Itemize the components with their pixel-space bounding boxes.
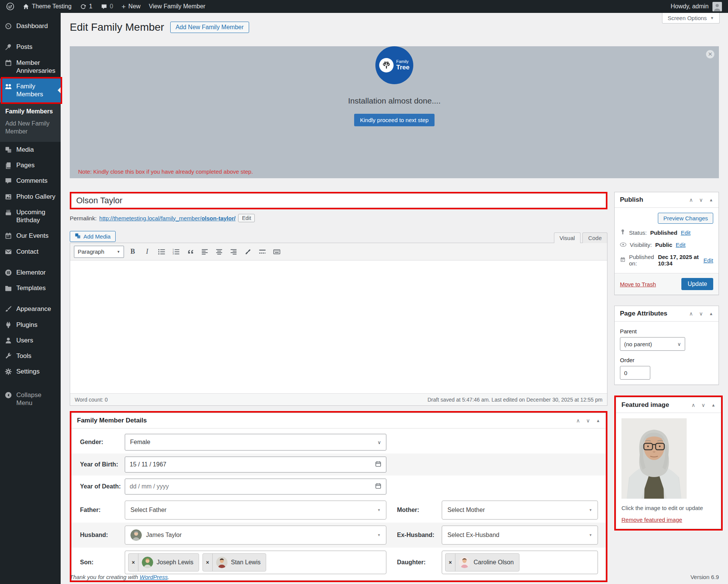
add-media-button[interactable]: Add Media <box>70 231 116 242</box>
sidebar-item-photo-gallery[interactable]: Photo Gallery <box>0 189 61 204</box>
remove-featured-image-link[interactable]: Remove featured image <box>621 516 682 523</box>
sidebar-item-collapse-menu[interactable]: Collapse Menu <box>0 387 61 411</box>
sidebar-item-appearance[interactable]: Appearance <box>0 301 61 317</box>
read-more-button[interactable] <box>257 246 268 257</box>
link-button[interactable] <box>242 246 254 257</box>
move-down-icon[interactable]: ∨ <box>699 311 703 317</box>
remove-chip-icon[interactable]: × <box>129 554 138 571</box>
featured-image-photo[interactable] <box>621 418 687 499</box>
sidebar-item-upcoming-birthday[interactable]: Upcoming Birthday <box>0 204 61 228</box>
sidebar-item-contact[interactable]: Contact <box>0 244 61 259</box>
content-editor: Paragraph ▼ B I 123 <box>70 243 607 406</box>
parent-select[interactable]: (no parent) ∨ <box>620 337 685 351</box>
wordpress-link[interactable]: WordPress <box>140 574 168 580</box>
align-center-button[interactable] <box>213 246 225 257</box>
ex-husband-select[interactable]: Select Ex-Husband <box>442 526 598 545</box>
installation-message: Installation almost done.... <box>70 96 719 105</box>
italic-button[interactable]: I <box>141 246 153 257</box>
son-chips-field[interactable]: × Joseph Lewis × Stan Lewis <box>125 551 386 574</box>
sidebar-item-family-members[interactable]: Family Members <box>0 78 61 102</box>
permalink-url[interactable]: http://themetesting.local/family_member/… <box>99 215 235 221</box>
submenu-item-add-new-family-member[interactable]: Add New Family Member <box>0 118 61 138</box>
logo-text-tree: Tree <box>396 64 410 71</box>
align-left-button[interactable] <box>199 246 210 257</box>
move-up-icon[interactable]: ∧ <box>689 197 693 203</box>
daughter-chips-field[interactable]: × Caroline Olson <box>442 551 598 574</box>
sidebar-item-dashboard[interactable]: Dashboard <box>0 18 61 34</box>
version-text: Version 6.9 <box>690 574 719 580</box>
move-down-icon[interactable]: ∨ <box>586 418 590 424</box>
remove-chip-icon[interactable]: × <box>203 554 213 571</box>
year-of-birth-input[interactable]: 15 / 11 / 1967 <box>125 457 386 473</box>
sidebar-item-elementor[interactable]: Elementor <box>0 265 61 280</box>
wordpress-logo-icon[interactable] <box>6 2 14 11</box>
view-family-member-link[interactable]: View Family Member <box>149 3 206 10</box>
edit-visibility-link[interactable]: Edit <box>676 242 686 248</box>
edit-permalink-button[interactable]: Edit <box>238 214 255 222</box>
details-box-title: Family Member Details <box>77 417 147 424</box>
screen-options-button[interactable]: Screen Options ▼ <box>662 13 720 24</box>
update-button[interactable]: Update <box>681 278 713 290</box>
move-to-trash-link[interactable]: Move to Trash <box>620 281 656 287</box>
sidebar-item-plugins[interactable]: Plugins <box>0 317 61 333</box>
annotation-box-featured-image: Featured image ∧ ∨ ▲ <box>614 396 723 531</box>
sidebar-item-pages[interactable]: Pages <box>0 157 61 173</box>
align-right-button[interactable] <box>228 246 239 257</box>
sidebar-item-member-anniversaries[interactable]: Member Anniversaries <box>0 55 61 79</box>
edit-published-date-link[interactable]: Edit <box>703 257 713 264</box>
updates-menu[interactable]: 1 <box>80 3 93 10</box>
close-icon[interactable]: ✕ <box>706 50 714 58</box>
move-down-icon[interactable]: ∨ <box>701 402 705 408</box>
bullet-list-button[interactable] <box>156 246 167 257</box>
sidebar-item-settings[interactable]: Settings <box>0 364 61 379</box>
gender-select[interactable]: Female ∨ <box>125 434 386 451</box>
user-avatar[interactable] <box>712 2 722 11</box>
bold-button[interactable]: B <box>127 246 138 257</box>
post-title-input[interactable] <box>71 193 606 208</box>
sidebar-item-comments[interactable]: Comments <box>0 173 61 188</box>
collapse-toggle-icon[interactable]: ▲ <box>711 403 715 407</box>
calendar-icon[interactable] <box>375 461 381 469</box>
permalink-label: Permalink: <box>70 215 97 221</box>
site-menu[interactable]: Theme Testing <box>23 3 72 10</box>
father-select[interactable]: Select Father <box>125 501 386 520</box>
blockquote-button[interactable] <box>185 246 196 257</box>
editor-toolbar: Paragraph ▼ B I 123 <box>70 243 607 261</box>
edit-status-link[interactable]: Edit <box>681 229 690 236</box>
remove-chip-icon[interactable]: × <box>446 554 455 571</box>
calendar-icon[interactable] <box>375 483 381 491</box>
tab-code[interactable]: Code <box>582 232 607 243</box>
tab-visual[interactable]: Visual <box>554 232 581 243</box>
preview-changes-button[interactable]: Preview Changes <box>658 213 713 224</box>
proceed-next-step-button[interactable]: Kindly proceed to next step <box>354 114 435 126</box>
sidebar-item-templates[interactable]: Templates <box>0 280 61 296</box>
collapse-toggle-icon[interactable]: ▲ <box>709 198 713 202</box>
new-content-menu[interactable]: + New <box>121 3 140 10</box>
chevron-down-icon: ∨ <box>377 440 381 445</box>
submenu-item-family-members[interactable]: Family Members <box>0 105 61 118</box>
sidebar-item-posts[interactable]: Posts <box>0 39 61 55</box>
keyboard-shortcuts-button[interactable] <box>271 246 282 257</box>
collapse-toggle-icon[interactable]: ▲ <box>596 418 600 423</box>
mother-select[interactable]: Select Mother <box>442 501 598 520</box>
move-up-icon[interactable]: ∧ <box>689 311 693 317</box>
editor-content-area[interactable] <box>70 261 607 393</box>
visibility-value: Public <box>655 242 672 248</box>
paragraph-format-select[interactable]: Paragraph ▼ <box>74 246 124 258</box>
order-input[interactable] <box>620 366 650 380</box>
draft-saved-status: Draft saved at 5:47:46 am. Last edited o… <box>427 397 602 403</box>
move-up-icon[interactable]: ∧ <box>576 418 580 424</box>
year-of-death-input[interactable]: dd / mm / yyyy <box>125 479 386 495</box>
comments-menu[interactable]: 0 <box>101 3 113 10</box>
move-up-icon[interactable]: ∧ <box>692 402 695 408</box>
sidebar-item-media[interactable]: Media <box>0 142 61 157</box>
howdy-menu[interactable]: Howdy, admin <box>671 3 709 10</box>
sidebar-item-our-events[interactable]: Our Events <box>0 228 61 243</box>
husband-select[interactable]: James Taylor <box>125 526 386 545</box>
sidebar-item-tools[interactable]: Tools <box>0 348 61 364</box>
numbered-list-button[interactable]: 123 <box>170 246 182 257</box>
move-down-icon[interactable]: ∨ <box>699 197 703 203</box>
sidebar-item-users[interactable]: Users <box>0 333 61 348</box>
collapse-toggle-icon[interactable]: ▲ <box>709 311 713 316</box>
add-new-family-member-button[interactable]: Add New Family Member <box>170 22 249 33</box>
